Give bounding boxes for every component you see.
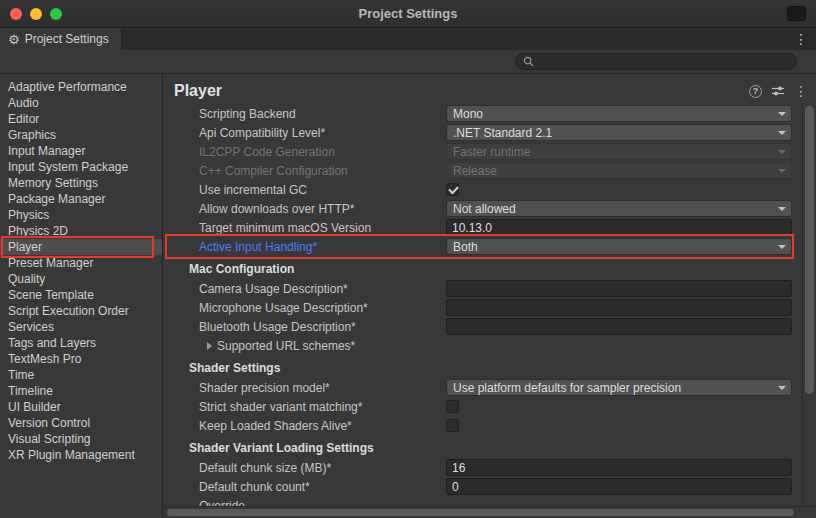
vertical-scrollbar-thumb[interactable] xyxy=(805,106,814,394)
window-controls xyxy=(10,8,62,20)
sidebar-item-package-manager[interactable]: Package Manager xyxy=(0,191,162,207)
row-label: Camera Usage Description* xyxy=(163,282,446,296)
settings-row-keep-loaded-shaders-alive: Keep Loaded Shaders Alive* xyxy=(163,416,802,435)
sidebar-item-timeline[interactable]: Timeline xyxy=(0,383,162,399)
horizontal-scrollbar-thumb[interactable] xyxy=(167,509,794,516)
sidebar-item-physics[interactable]: Physics xyxy=(0,207,162,223)
textfield-camera-usage-description[interactable] xyxy=(446,280,792,297)
sidebar-item-label: Graphics xyxy=(8,128,56,142)
horizontal-scrollbar[interactable] xyxy=(163,506,816,518)
sidebar-item-input-manager[interactable]: Input Manager xyxy=(0,143,162,159)
settings-row-c-compiler-configuration: C++ Compiler ConfigurationRelease xyxy=(163,161,802,180)
chevron-down-icon xyxy=(778,245,786,249)
sidebar-item-textmesh-pro[interactable]: TextMesh Pro xyxy=(0,351,162,367)
dropdown-value: Both xyxy=(453,240,478,254)
dropdown-value: Not allowed xyxy=(453,202,516,216)
settings-row-default-chunk-count: Default chunk count* xyxy=(163,477,802,496)
zoom-button[interactable] xyxy=(50,8,62,20)
sidebar-item-xr-plugin-management[interactable]: XR Plugin Management xyxy=(0,447,162,463)
sidebar-item-label: Adaptive Performance xyxy=(8,80,127,94)
sidebar-item-label: Player xyxy=(8,240,42,254)
settings-row-camera-usage-description: Camera Usage Description* xyxy=(163,279,802,298)
checkbox-keep-loaded-shaders-alive[interactable] xyxy=(446,419,459,432)
tab-project-settings[interactable]: ⚙ Project Settings xyxy=(0,28,122,50)
chevron-down-icon xyxy=(778,386,786,390)
row-label: Supported URL schemes* xyxy=(163,339,446,353)
panel-body: Scripting BackendMonoApi Compatibility L… xyxy=(163,102,816,506)
help-icon[interactable]: ? xyxy=(749,85,762,98)
sidebar-item-label: Input Manager xyxy=(8,144,85,158)
textfield-bluetooth-usage-description[interactable] xyxy=(446,318,792,335)
dropdown-value: Use platform defaults for sampler precis… xyxy=(453,381,681,395)
sidebar-item-label: TextMesh Pro xyxy=(8,352,81,366)
sidebar-item-editor[interactable]: Editor xyxy=(0,111,162,127)
sidebar-item-label: Memory Settings xyxy=(8,176,98,190)
sidebar-item-preset-manager[interactable]: Preset Manager xyxy=(0,255,162,271)
row-control: Release xyxy=(446,162,792,179)
foldout-label[interactable]: Supported URL schemes* xyxy=(217,339,355,353)
row-control xyxy=(446,478,792,495)
sidebar-item-label: Time xyxy=(8,368,34,382)
sidebar-item-visual-scripting[interactable]: Visual Scripting xyxy=(0,431,162,447)
dropdown-shader-precision-model[interactable]: Use platform defaults for sampler precis… xyxy=(446,379,792,396)
settings-row-bluetooth-usage-description: Bluetooth Usage Description* xyxy=(163,317,802,336)
row-control xyxy=(446,280,792,297)
sidebar-item-tags-and-layers[interactable]: Tags and Layers xyxy=(0,335,162,351)
vertical-scrollbar[interactable] xyxy=(802,102,816,506)
project-settings-window: Project Settings ⚙ Project Settings ⋮ Ad… xyxy=(0,0,816,518)
sidebar-item-ui-builder[interactable]: UI Builder xyxy=(0,399,162,415)
sidebar-item-label: UI Builder xyxy=(8,400,61,414)
row-label: Use incremental GC xyxy=(163,183,446,197)
search-input[interactable] xyxy=(539,54,789,69)
settings-row-supported-url-schemes: Supported URL schemes* xyxy=(163,336,802,355)
settings-row-target-minimum-macos-version: Target minimum macOS Version xyxy=(163,218,802,237)
sidebar-item-graphics[interactable]: Graphics xyxy=(0,127,162,143)
settings-row-api-compatibility-level: Api Compatibility Level*.NET Standard 2.… xyxy=(163,123,802,142)
textfield-default-chunk-count[interactable] xyxy=(446,478,792,495)
sidebar-item-audio[interactable]: Audio xyxy=(0,95,162,111)
sidebar-item-adaptive-performance[interactable]: Adaptive Performance xyxy=(0,79,162,95)
sidebar-item-label: Quality xyxy=(8,272,45,286)
minimize-button[interactable] xyxy=(30,8,42,20)
search-box[interactable] xyxy=(515,53,797,70)
dropdown-allow-downloads-over-http[interactable]: Not allowed xyxy=(446,200,792,217)
sidebar-item-label: Editor xyxy=(8,112,39,126)
sidebar-item-input-system-package[interactable]: Input System Package xyxy=(0,159,162,175)
tab-label: Project Settings xyxy=(25,32,109,46)
sidebar-item-services[interactable]: Services xyxy=(0,319,162,335)
sidebar-item-player[interactable]: Player xyxy=(0,239,162,255)
textfield-target-minimum-macos-version[interactable] xyxy=(446,219,792,236)
sidebar-item-quality[interactable]: Quality xyxy=(0,271,162,287)
sidebar-item-memory-settings[interactable]: Memory Settings xyxy=(0,175,162,191)
row-label: Strict shader variant matching* xyxy=(163,400,446,414)
foldout-arrow-icon[interactable] xyxy=(207,342,212,350)
tabstrip-menu-icon[interactable]: ⋮ xyxy=(786,32,816,46)
chevron-down-icon xyxy=(778,131,786,135)
row-label: Target minimum macOS Version xyxy=(163,221,446,235)
settings-rows: Scripting BackendMonoApi Compatibility L… xyxy=(163,102,802,506)
dropdown-scripting-backend[interactable]: Mono xyxy=(446,105,792,122)
panel-menu-icon[interactable]: ⋮ xyxy=(794,84,808,98)
titlebar-toolbar-icon[interactable] xyxy=(787,6,806,21)
sidebar-item-label: Services xyxy=(8,320,54,334)
row-control: Use platform defaults for sampler precis… xyxy=(446,379,792,396)
sidebar-item-script-execution-order[interactable]: Script Execution Order xyxy=(0,303,162,319)
checkbox-strict-shader-variant-matching[interactable] xyxy=(446,400,459,413)
row-label: IL2CPP Code Generation xyxy=(163,145,446,159)
dropdown-api-compatibility-level[interactable]: .NET Standard 2.1 xyxy=(446,124,792,141)
close-button[interactable] xyxy=(10,8,22,20)
sidebar-item-time[interactable]: Time xyxy=(0,367,162,383)
row-label: Bluetooth Usage Description* xyxy=(163,320,446,334)
sidebar-item-version-control[interactable]: Version Control xyxy=(0,415,162,431)
checkbox-use-incremental-gc[interactable] xyxy=(446,183,459,196)
sidebar-item-scene-template[interactable]: Scene Template xyxy=(0,287,162,303)
dropdown-active-input-handling[interactable]: Both xyxy=(446,238,792,255)
preset-icon[interactable] xyxy=(771,85,785,97)
textfield-default-chunk-size-mb[interactable] xyxy=(446,459,792,476)
sidebar-item-physics-2d[interactable]: Physics 2D xyxy=(0,223,162,239)
dropdown-value: Faster runtime xyxy=(453,145,530,159)
textfield-microphone-usage-description[interactable] xyxy=(446,299,792,316)
row-control: Faster runtime xyxy=(446,143,792,160)
sidebar-item-label: Tags and Layers xyxy=(8,336,96,350)
sidebar-item-label: Visual Scripting xyxy=(8,432,91,446)
